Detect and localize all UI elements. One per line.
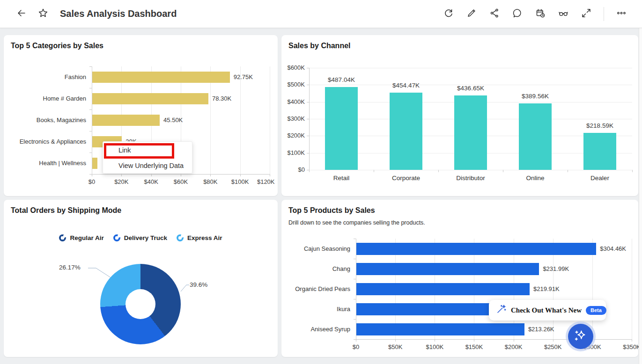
bar[interactable]	[356, 283, 530, 295]
axis-tick-label: $20K	[114, 178, 128, 185]
category-label: Aniseed Syrup	[281, 326, 350, 333]
category-label: Fashion	[4, 73, 86, 80]
bar[interactable]	[92, 115, 160, 126]
axis-tick	[89, 109, 92, 110]
comment-button[interactable]	[509, 6, 526, 22]
bar[interactable]	[390, 93, 422, 170]
sparkle-icon	[573, 328, 589, 345]
bar[interactable]	[92, 72, 230, 83]
bar[interactable]	[454, 95, 487, 170]
value-label: $219.91K	[533, 285, 560, 292]
legend-label: Express Air	[187, 234, 222, 241]
topbar-actions	[440, 6, 642, 22]
axis-tick-label: $200K	[281, 132, 305, 139]
pencil-icon	[466, 8, 477, 20]
expand-arrows-icon	[581, 8, 591, 20]
category-label: Organic Dried Pears	[281, 285, 350, 292]
axis-tick-label: $100K	[426, 343, 443, 350]
legend-donut-icon	[177, 234, 184, 241]
menu-item-view-underlying-data[interactable]: View Underlying Data	[103, 158, 192, 174]
axis-tick	[503, 170, 503, 172]
donut-legend: Regular AirDelivery TruckExpress Air	[4, 234, 278, 241]
value-label: 78.30K	[212, 95, 231, 102]
axis-tick-label: $600K	[281, 64, 305, 71]
value-label: $389.56K	[522, 93, 549, 100]
refresh-button[interactable]	[440, 6, 457, 22]
category-label: Distributor	[456, 175, 485, 182]
card-sales-by-channel: Sales by Channel $0$100K$200K$300K$400K$…	[281, 35, 638, 196]
preview-button[interactable]	[555, 6, 572, 22]
legend-donut-icon	[59, 234, 66, 241]
axis-tick-label: $300K	[281, 115, 305, 122]
bar[interactable]	[583, 133, 616, 170]
bar[interactable]	[356, 263, 539, 275]
axis-tick	[89, 66, 92, 67]
axis-tick-label: $500K	[281, 81, 305, 88]
axis-tick	[632, 170, 633, 172]
whats-new-popup[interactable]: Check Out What's New Beta	[489, 300, 606, 320]
more-options-button[interactable]	[613, 6, 630, 22]
legend-item-regular-air[interactable]: Regular Air	[59, 234, 103, 241]
magic-wand-icon	[495, 304, 507, 317]
bar[interactable]	[356, 323, 524, 335]
axis-tick	[354, 239, 356, 239]
axis-tick	[438, 170, 439, 172]
value-label: 45.50K	[163, 116, 183, 124]
schedule-button[interactable]	[532, 6, 549, 22]
comment-icon	[512, 8, 523, 20]
gridline	[240, 66, 241, 174]
category-label: Corporate	[392, 175, 420, 182]
value-label: 92.75K	[234, 73, 253, 80]
axis-tick-label: $250K	[544, 343, 562, 350]
category-label: Home # Garden	[4, 95, 86, 102]
value-label: $231.99K	[543, 265, 569, 272]
x-axis-line	[92, 174, 270, 175]
axis-tick	[354, 339, 356, 340]
channel-column-chart: $0$100K$200K$300K$400K$500K$600K$487.04K…	[281, 35, 638, 196]
back-arrow-icon	[16, 8, 27, 20]
legend-item-express-air[interactable]: Express Air	[177, 234, 222, 241]
axis-tick	[354, 279, 356, 279]
maximize-button[interactable]	[578, 6, 595, 22]
bar[interactable]	[92, 158, 97, 169]
axis-tick-label: $0	[89, 178, 95, 185]
category-label: Retail	[333, 175, 350, 182]
axis-tick-label: $400K	[281, 98, 305, 105]
axis-tick	[89, 153, 92, 153]
bar[interactable]	[92, 93, 208, 104]
card-title: Total Orders by Shipping Mode	[11, 206, 121, 215]
menu-item-link[interactable]: Link	[103, 142, 192, 158]
ai-assistant-button[interactable]	[568, 324, 593, 349]
axis-tick	[354, 259, 356, 259]
gridline	[270, 66, 270, 174]
axis-tick	[89, 131, 92, 131]
value-label: $304.46K	[600, 245, 626, 252]
gridline	[632, 239, 632, 339]
context-menu: Link View Underlying Data	[103, 141, 192, 174]
axis-tick	[354, 319, 356, 320]
y-axis-line	[309, 68, 310, 170]
axis-tick-label: $0	[353, 343, 359, 350]
app-topbar: Sales Analysis Dashboard	[0, 0, 642, 28]
bar[interactable]	[519, 103, 552, 170]
vertical-scrollbar[interactable]	[639, 28, 642, 364]
donut-label-regular-air: 39.6%	[190, 281, 207, 288]
ellipsis-icon	[616, 8, 627, 20]
axis-tick-label: $0	[281, 166, 305, 173]
axis-tick-label: $50K	[388, 343, 402, 350]
value-label: $487.04K	[328, 76, 355, 83]
favorite-button[interactable]	[35, 6, 52, 22]
bar[interactable]	[325, 87, 358, 170]
legend-item-delivery-truck[interactable]: Delivery Truck	[113, 234, 167, 241]
axis-tick-label: $120K	[257, 178, 275, 185]
calendar-clock-icon	[535, 8, 546, 20]
edit-button[interactable]	[463, 6, 480, 22]
back-button[interactable]	[13, 6, 30, 22]
share-button[interactable]	[486, 6, 503, 22]
category-label: Cajun Seasoning	[281, 245, 350, 252]
value-label: $436.65K	[457, 85, 484, 92]
bar[interactable]	[356, 243, 596, 255]
value-label: $213.26K	[528, 326, 554, 333]
axis-tick-label: $200K	[505, 343, 523, 350]
donut-label-express-air: 26.17%	[59, 264, 81, 271]
